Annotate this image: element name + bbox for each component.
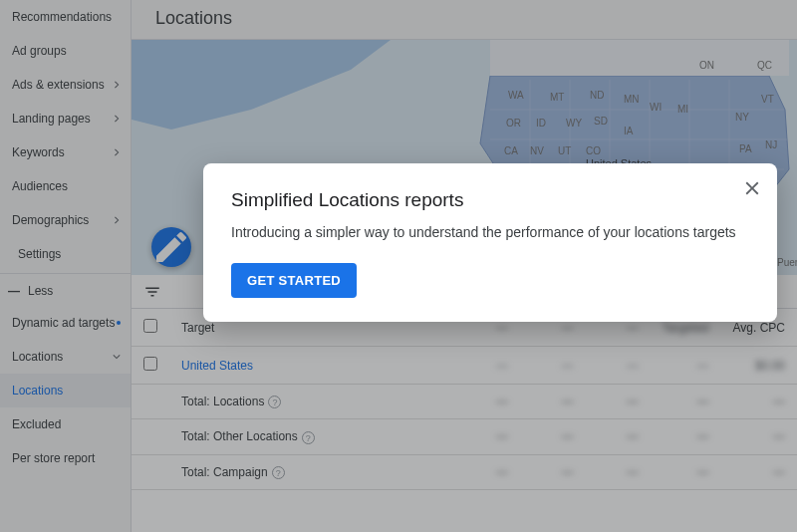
close-icon (741, 177, 763, 199)
intro-modal: Simplified Locations reports Introducing… (203, 163, 777, 322)
get-started-button[interactable]: GET STARTED (231, 263, 357, 298)
modal-body: Introducing a simpler way to understand … (231, 223, 749, 243)
modal-title: Simplified Locations reports (231, 189, 749, 211)
modal-close-button[interactable] (741, 177, 763, 199)
